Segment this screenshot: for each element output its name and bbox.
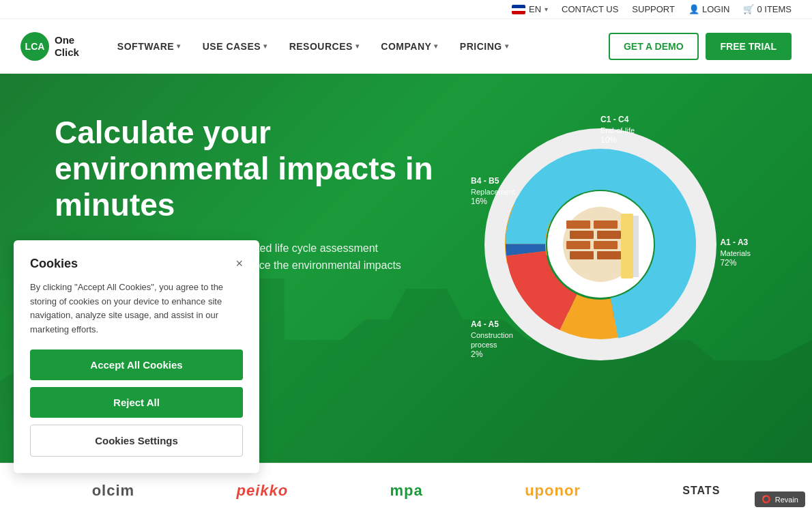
flag-icon [512,5,525,14]
revain-badge: ⭕ Revain [755,491,805,507]
nav-cta: GET A DEMO FREE TRIAL [609,33,792,60]
top-bar: EN ▾ CONTACT US SUPPORT 👤 LOGIN 🛒 0 ITEM… [0,0,812,19]
chart-label-construction: A4 - A5 Construction process 2% [471,319,513,360]
contact-link[interactable]: CONTACT US [562,4,618,14]
revain-icon: ⭕ [762,495,771,504]
lang-chevron-icon: ▾ [545,5,548,13]
resources-chevron-icon: ▾ [356,42,360,50]
nav-pricing[interactable]: PRICING ▾ [449,19,519,74]
language-selector[interactable]: EN ▾ [512,4,548,14]
main-nav: LCA One Click SOFTWARE ▾ USE CASES ▾ RES… [0,19,812,74]
cookie-description: By clicking "Accept All Cookies", you ag… [30,281,243,337]
cart-icon: 🛒 [743,4,754,14]
usecases-chevron-icon: ▾ [263,42,267,50]
cookie-settings-button[interactable]: Cookies Settings [30,425,243,457]
chart-label-materials: A1 - A3 Materials 72% [720,238,751,268]
cookie-close-button[interactable]: × [235,257,243,270]
hero-chart: A1 - A3 Materials 72% C1 - C4 End-of-lif… [464,108,757,401]
hero-title: Calculate your environmental impacts in … [55,115,464,223]
revain-label: Revain [775,496,798,504]
chart-labels: A1 - A3 Materials 72% C1 - C4 End-of-lif… [464,108,757,401]
logo-peikko: peikko [236,482,288,500]
logo-mpa: mpa [390,482,423,500]
cookie-header: Cookies × [30,257,243,271]
get-demo-button[interactable]: GET A DEMO [609,33,699,60]
logo-text: One Click [55,34,79,59]
nav-software[interactable]: SOFTWARE ▾ [106,19,192,74]
logo-uponor: uponor [525,482,581,500]
nav-resources[interactable]: RESOURCES ▾ [278,19,371,74]
logo-olcim: olcim [92,482,134,500]
cookie-banner: Cookies × By clicking "Accept All Cookie… [14,240,259,473]
reject-cookies-button[interactable]: Reject All [30,387,243,418]
company-chevron-icon: ▾ [434,42,438,50]
language-label: EN [529,4,541,14]
nav-company[interactable]: COMPANY ▾ [370,19,449,74]
chart-label-endoflife: C1 - C4 End-of-life 10% [600,115,635,145]
pricing-chevron-icon: ▾ [505,42,509,50]
cart-link[interactable]: 🛒 0 ITEMS [743,4,792,14]
logo-stats: STATS [682,485,720,497]
login-link[interactable]: 👤 LOGIN [688,4,729,14]
software-chevron-icon: ▾ [177,42,181,50]
support-link[interactable]: SUPPORT [632,4,675,14]
chart-label-replacement: B4 - B5 Replacement 16% [471,176,515,207]
logo-icon: LCA [20,32,49,61]
logo[interactable]: LCA One Click [20,32,79,61]
cookie-title: Cookies [30,257,78,271]
user-icon: 👤 [688,4,699,14]
nav-menu: SOFTWARE ▾ USE CASES ▾ RESOURCES ▾ COMPA… [106,19,609,74]
nav-use-cases[interactable]: USE CASES ▾ [192,19,278,74]
accept-cookies-button[interactable]: Accept All Cookies [30,349,243,380]
free-trial-button[interactable]: FREE TRIAL [706,33,792,60]
